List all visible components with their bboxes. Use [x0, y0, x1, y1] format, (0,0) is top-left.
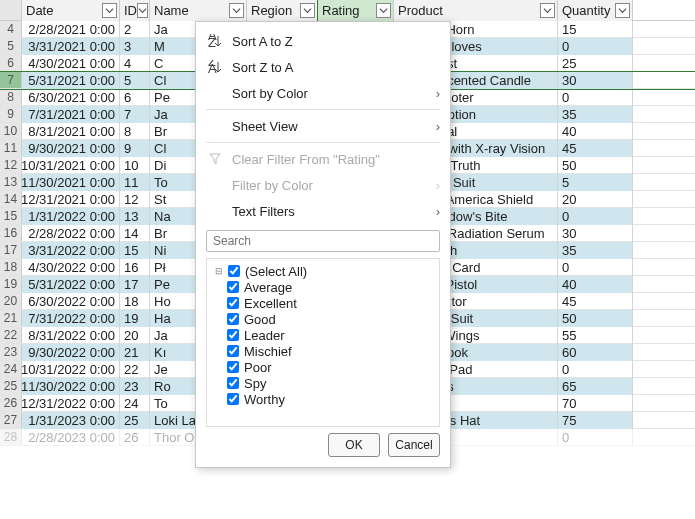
cell-id[interactable]: 20 [120, 327, 150, 344]
row-header[interactable]: 6 [0, 55, 22, 71]
row-header[interactable]: 16 [0, 225, 22, 241]
cell-quantity[interactable]: 50 [558, 157, 633, 174]
filter-option[interactable]: Average [227, 279, 439, 295]
cell-quantity[interactable]: 70 [558, 395, 633, 412]
cell-id[interactable]: 4 [120, 55, 150, 72]
cell-quantity[interactable]: 0 [558, 38, 633, 55]
cell-quantity[interactable]: 0 [558, 208, 633, 225]
search-input[interactable] [206, 230, 440, 252]
cell-id[interactable]: 8 [120, 123, 150, 140]
cell-quantity[interactable]: 65 [558, 378, 633, 395]
cell-date[interactable]: 7/31/2021 0:00 [22, 106, 120, 123]
cell-quantity[interactable]: 20 [558, 191, 633, 208]
cell-date[interactable]: 11/30/2021 0:00 [22, 174, 120, 191]
cell-date[interactable]: 8/31/2022 0:00 [22, 327, 120, 344]
row-header[interactable]: 5 [0, 38, 22, 54]
filter-checkbox[interactable] [227, 297, 239, 309]
cell-date[interactable]: 3/31/2022 0:00 [22, 242, 120, 259]
cell-quantity[interactable]: 30 [558, 72, 633, 89]
filter-button[interactable] [300, 3, 315, 18]
row-header[interactable]: 26 [0, 395, 22, 411]
filter-checkbox[interactable] [227, 377, 239, 389]
cell-quantity[interactable]: 35 [558, 106, 633, 123]
col-header-name[interactable]: Name [150, 0, 247, 21]
row-header[interactable]: 8 [0, 89, 22, 105]
cell-id[interactable]: 13 [120, 208, 150, 225]
row-header[interactable]: 23 [0, 344, 22, 360]
cell-id[interactable]: 14 [120, 225, 150, 242]
col-header-rating[interactable]: Rating [318, 0, 394, 21]
row-header[interactable]: 27 [0, 412, 22, 428]
cell-date[interactable]: 4/30/2021 0:00 [22, 55, 120, 72]
row-header[interactable]: 22 [0, 327, 22, 343]
cell-date[interactable]: 1/31/2023 0:00 [22, 412, 120, 429]
cell-date[interactable]: 2/28/2023 0:00 [22, 429, 120, 446]
row-header[interactable]: 13 [0, 174, 22, 190]
cell-id[interactable]: 19 [120, 310, 150, 327]
cell-id[interactable]: 12 [120, 191, 150, 208]
cell-date[interactable]: 8/31/2021 0:00 [22, 123, 120, 140]
filter-checkbox[interactable] [227, 329, 239, 341]
filter-option[interactable]: Poor [227, 359, 439, 375]
filter-checkbox[interactable] [228, 265, 240, 277]
cell-quantity[interactable]: 45 [558, 293, 633, 310]
cell-id[interactable]: 17 [120, 276, 150, 293]
filter-button[interactable] [376, 3, 391, 18]
cell-quantity[interactable]: 30 [558, 225, 633, 242]
row-header[interactable]: 25 [0, 378, 22, 394]
cell-quantity[interactable]: 0 [558, 89, 633, 106]
filter-button[interactable] [615, 3, 630, 18]
cell-quantity[interactable]: 15 [558, 21, 633, 38]
cancel-button[interactable]: Cancel [388, 433, 440, 457]
cell-id[interactable]: 9 [120, 140, 150, 157]
cell-id[interactable]: 21 [120, 344, 150, 361]
cell-quantity[interactable]: 5 [558, 174, 633, 191]
cell-date[interactable]: 5/31/2022 0:00 [22, 276, 120, 293]
filter-option[interactable]: Leader [227, 327, 439, 343]
row-header[interactable]: 14 [0, 191, 22, 207]
cell-id[interactable]: 22 [120, 361, 150, 378]
col-header-quantity[interactable]: Quantity [558, 0, 633, 21]
cell-id[interactable]: 25 [120, 412, 150, 429]
row-header[interactable]: 12 [0, 157, 22, 173]
row-header[interactable]: 4 [0, 21, 22, 37]
cell-id[interactable]: 11 [120, 174, 150, 191]
filter-checkbox[interactable] [227, 345, 239, 357]
cell-id[interactable]: 5 [120, 72, 150, 89]
row-header[interactable]: 20 [0, 293, 22, 309]
row-header[interactable]: 17 [0, 242, 22, 258]
col-header-region[interactable]: Region [247, 0, 318, 21]
cell-id[interactable]: 10 [120, 157, 150, 174]
filter-button[interactable] [229, 3, 244, 18]
row-header[interactable]: 15 [0, 208, 22, 224]
filter-button[interactable] [137, 3, 148, 18]
cell-quantity[interactable]: 75 [558, 412, 633, 429]
filter-checkbox[interactable] [227, 281, 239, 293]
sort-a-to-z[interactable]: AZ Sort A to Z [196, 28, 450, 54]
cell-id[interactable]: 6 [120, 89, 150, 106]
filter-checkbox[interactable] [227, 393, 239, 405]
cell-quantity[interactable]: 25 [558, 55, 633, 72]
row-header[interactable]: 9 [0, 106, 22, 122]
cell-date[interactable]: 2/28/2022 0:00 [22, 225, 120, 242]
cell-id[interactable]: 7 [120, 106, 150, 123]
row-header[interactable]: 10 [0, 123, 22, 139]
cell-quantity[interactable]: 45 [558, 140, 633, 157]
cell-id[interactable]: 16 [120, 259, 150, 276]
filter-checkbox[interactable] [227, 361, 239, 373]
col-header-product[interactable]: Product [394, 0, 558, 21]
cell-id[interactable]: 23 [120, 378, 150, 395]
cell-date[interactable]: 2/28/2021 0:00 [22, 21, 120, 38]
filter-option[interactable]: Good [227, 311, 439, 327]
cell-date[interactable]: 9/30/2022 0:00 [22, 344, 120, 361]
cell-date[interactable]: 5/31/2021 0:00 [22, 72, 120, 89]
cell-quantity[interactable]: 0 [558, 259, 633, 276]
cell-quantity[interactable]: 40 [558, 123, 633, 140]
cell-date[interactable]: 4/30/2022 0:00 [22, 259, 120, 276]
cell-date[interactable]: 7/31/2022 0:00 [22, 310, 120, 327]
cell-id[interactable]: 15 [120, 242, 150, 259]
sort-z-to-a[interactable]: ZA Sort Z to A [196, 54, 450, 80]
cell-date[interactable]: 10/31/2022 0:00 [22, 361, 120, 378]
filter-option[interactable]: Spy [227, 375, 439, 391]
row-header[interactable]: 24 [0, 361, 22, 377]
